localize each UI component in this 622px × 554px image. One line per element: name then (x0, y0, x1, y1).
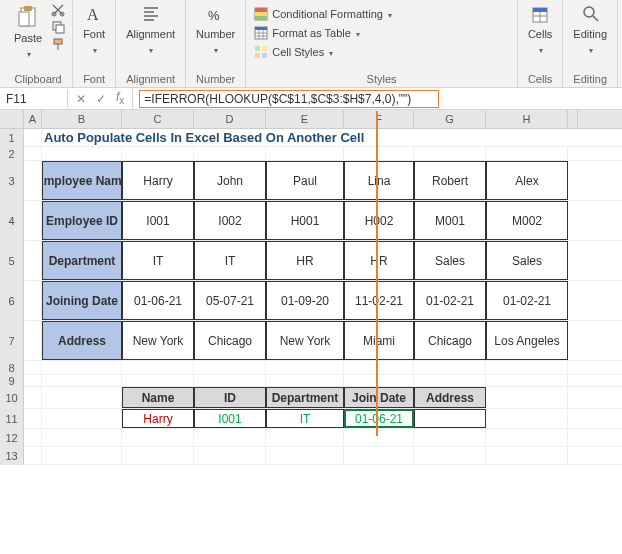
svg-rect-16 (255, 46, 260, 51)
table-cell[interactable]: Miami (344, 321, 414, 360)
row-header[interactable]: 4 (0, 201, 24, 241)
svg-rect-2 (19, 12, 29, 26)
row-header[interactable]: 12 (0, 429, 24, 447)
chevron-down-icon (387, 8, 392, 20)
enter-formula-icon[interactable]: ✓ (96, 92, 106, 106)
svg-rect-1 (24, 6, 32, 11)
row-header[interactable]: 13 (0, 447, 24, 465)
col-header[interactable]: A (24, 110, 42, 128)
table-cell[interactable]: IT (194, 241, 266, 280)
spreadsheet-grid[interactable]: A B C D E F G H 1 Auto Populate Cells In… (0, 110, 622, 465)
table-cell[interactable]: New York (266, 321, 344, 360)
col-header[interactable]: D (194, 110, 266, 128)
svg-rect-13 (255, 16, 267, 20)
chevron-down-icon (328, 46, 333, 58)
table-cell[interactable]: Paul (266, 161, 344, 200)
col-header[interactable]: B (42, 110, 122, 128)
table-cell[interactable]: Chicago (414, 321, 486, 360)
table-cell[interactable]: New York (122, 321, 194, 360)
table-cell[interactable]: M002 (486, 201, 568, 240)
table-cell[interactable]: I001 (122, 201, 194, 240)
table-cell[interactable]: Sales (486, 241, 568, 280)
chevron-down-icon (213, 42, 218, 56)
table-cell[interactable]: Robert (414, 161, 486, 200)
table-row-header: Address (42, 321, 122, 360)
row-header[interactable]: 5 (0, 241, 24, 281)
conditional-formatting-button[interactable]: Conditional Formatting (252, 6, 394, 22)
name-box[interactable]: F11 (0, 90, 68, 108)
cells-group-label: Cells (524, 73, 556, 87)
chevron-down-icon (26, 46, 31, 60)
format-painter-icon[interactable] (50, 36, 66, 52)
cut-icon[interactable] (50, 2, 66, 18)
table-cell[interactable]: Alex (486, 161, 568, 200)
formula-input[interactable]: =IFERROR(HLOOKUP($C$11,$C$3:$H$7,4,0),""… (133, 88, 622, 110)
table-cell[interactable]: HR (266, 241, 344, 280)
table-cell[interactable]: John (194, 161, 266, 200)
row-header[interactable]: 3 (0, 161, 24, 201)
number-group: % Number Number (186, 0, 246, 87)
row-header[interactable]: 11 (0, 409, 24, 429)
table-cell[interactable]: Harry (122, 161, 194, 200)
page-title: Auto Populate Cells In Excel Based On An… (42, 129, 504, 146)
svg-rect-7 (54, 39, 62, 44)
fx-icon[interactable]: fx (116, 90, 124, 106)
table-cell[interactable]: IT (122, 241, 194, 280)
font-button[interactable]: A Font (79, 2, 109, 58)
lookup-cell[interactable]: IT (266, 409, 344, 428)
active-cell[interactable]: 01-06-21 (344, 409, 414, 428)
row-header[interactable]: 6 (0, 281, 24, 321)
col-header[interactable]: F (344, 110, 414, 128)
format-as-table-button[interactable]: Format as Table (252, 25, 362, 41)
row-header[interactable]: 8 (0, 361, 24, 375)
table-cell[interactable]: H001 (266, 201, 344, 240)
table-cell[interactable]: 01-09-20 (266, 281, 344, 320)
cells-button[interactable]: Cells (524, 2, 556, 58)
table-cell[interactable]: Los Angeles (486, 321, 568, 360)
copy-icon[interactable] (50, 19, 66, 35)
col-header[interactable]: H (486, 110, 568, 128)
table-cell[interactable]: H002 (344, 201, 414, 240)
col-header[interactable] (568, 110, 578, 128)
chevron-down-icon (538, 42, 543, 56)
table-cell[interactable]: 01-02-21 (414, 281, 486, 320)
paste-button[interactable]: Paste (10, 2, 46, 62)
table-cell[interactable]: 01-02-21 (486, 281, 568, 320)
lookup-cell[interactable] (414, 409, 486, 428)
row-header[interactable]: 10 (0, 387, 24, 409)
lookup-cell[interactable]: I001 (194, 409, 266, 428)
select-all-corner[interactable] (0, 110, 24, 128)
col-header[interactable]: E (266, 110, 344, 128)
number-btn-label: Number (196, 28, 235, 40)
svg-rect-19 (262, 53, 267, 58)
clipboard-group-label: Clipboard (10, 73, 66, 87)
table-cell[interactable]: 05-07-21 (194, 281, 266, 320)
row-header[interactable]: 1 (0, 129, 24, 147)
table-cell[interactable]: I002 (194, 201, 266, 240)
row-header[interactable]: 9 (0, 375, 24, 387)
col-header[interactable]: G (414, 110, 486, 128)
editing-button[interactable]: Editing (569, 2, 611, 58)
number-button[interactable]: % Number (192, 2, 239, 58)
table-cell[interactable]: Chicago (194, 321, 266, 360)
row-header[interactable]: 7 (0, 321, 24, 361)
chevron-down-icon (355, 27, 360, 39)
table-cell[interactable]: Lina (344, 161, 414, 200)
table-cell[interactable]: HR (344, 241, 414, 280)
row-header[interactable]: 2 (0, 147, 24, 161)
svg-point-22 (584, 7, 594, 17)
svg-text:A: A (87, 6, 99, 23)
cells-group: Cells Cells (518, 0, 563, 87)
editing-btn-label: Editing (573, 28, 607, 40)
table-cell[interactable]: M001 (414, 201, 486, 240)
font-btn-label: Font (83, 28, 105, 40)
table-cell[interactable]: Sales (414, 241, 486, 280)
col-header[interactable]: C (122, 110, 194, 128)
lookup-cell[interactable]: Harry (122, 409, 194, 428)
cell-styles-button[interactable]: Cell Styles (252, 44, 335, 60)
alignment-button[interactable]: Alignment (122, 2, 179, 58)
table-cell[interactable]: 11-02-21 (344, 281, 414, 320)
number-group-label: Number (192, 73, 239, 87)
cancel-formula-icon[interactable]: ✕ (76, 92, 86, 106)
table-cell[interactable]: 01-06-21 (122, 281, 194, 320)
